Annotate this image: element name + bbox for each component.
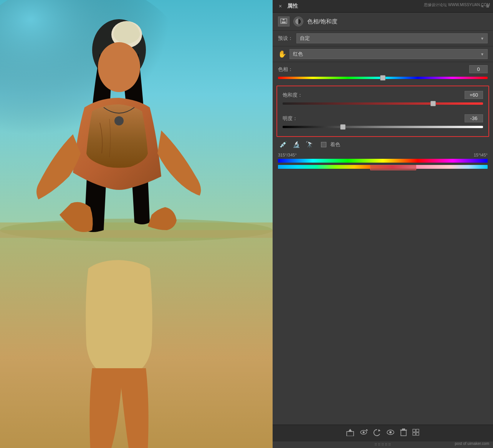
reset-button[interactable] bbox=[373, 428, 381, 438]
view-previous-button[interactable] bbox=[359, 428, 368, 438]
svg-rect-11 bbox=[283, 19, 285, 20]
properties-panel: 色相/饱和度 预设： 自定 ▼ ✋ 红色 ▼ 色相： 0 bbox=[273, 13, 493, 448]
clip-icon bbox=[346, 428, 354, 436]
svg-rect-28 bbox=[413, 433, 415, 435]
svg-point-19 bbox=[389, 431, 392, 433]
lightness-slider-container[interactable] bbox=[283, 124, 483, 130]
saturation-section: 饱和度： +60 bbox=[277, 88, 488, 111]
hue-slider-thumb[interactable] bbox=[380, 75, 385, 81]
saturation-slider-thumb[interactable] bbox=[430, 101, 436, 106]
eye-rotate-icon bbox=[359, 428, 368, 436]
channel-row: ✋ 红色 ▼ bbox=[273, 46, 493, 62]
svg-point-8 bbox=[114, 116, 124, 125]
hue-slider-track-container[interactable] bbox=[278, 75, 488, 81]
clip-to-layer-button[interactable] bbox=[346, 428, 354, 438]
saturation-slider-container[interactable] bbox=[283, 100, 483, 107]
photo-canvas bbox=[0, 0, 273, 448]
svg-rect-29 bbox=[416, 433, 419, 435]
lightness-header: 明度： -36 bbox=[283, 114, 483, 122]
layer-mask-icon[interactable] bbox=[293, 16, 303, 26]
toggle-visibility-button[interactable] bbox=[386, 428, 395, 438]
svg-rect-10 bbox=[282, 21, 286, 23]
saturation-header: 饱和度： +60 bbox=[283, 91, 483, 99]
saturation-value[interactable]: +60 bbox=[465, 91, 483, 99]
save-icon bbox=[280, 18, 287, 25]
panel-close-button[interactable]: × bbox=[276, 2, 284, 10]
lightness-value[interactable]: -36 bbox=[465, 114, 483, 122]
eye-icon bbox=[386, 428, 395, 436]
channel-value: 红色 bbox=[293, 51, 303, 58]
drag-dots: ⠿⠿⠿⠿⠿ bbox=[374, 443, 392, 447]
saturation-label: 饱和度： bbox=[283, 92, 303, 99]
spectrum-bar bbox=[278, 159, 488, 163]
svg-marker-17 bbox=[378, 429, 381, 432]
hue-label: 色相： bbox=[278, 66, 293, 73]
range-left: 315°/345° bbox=[278, 153, 297, 157]
panel-area: 思缘设计论坛 WWW.MISSYUAN.COM × 属性 « ≡ bbox=[273, 0, 493, 448]
svg-rect-4 bbox=[0, 230, 273, 238]
preset-value: 自定 bbox=[300, 35, 310, 42]
hand-tool-icon[interactable]: ✋ bbox=[278, 50, 286, 58]
delete-button[interactable] bbox=[400, 428, 407, 438]
range-row: 315°/345° 15°\45° bbox=[273, 152, 493, 158]
eyedropper-plus-tool[interactable]: 🔬 bbox=[291, 140, 302, 149]
preset-dropdown[interactable]: 自定 ▼ bbox=[296, 33, 488, 43]
hue-value[interactable]: 0 bbox=[469, 65, 488, 73]
svg-point-7 bbox=[98, 42, 140, 92]
eyedropper-tool[interactable]: 💉 bbox=[278, 140, 289, 149]
reset-icon bbox=[373, 428, 381, 436]
preset-dropdown-arrow: ▼ bbox=[480, 36, 484, 41]
saturation-slider-track bbox=[283, 102, 483, 105]
range-bar-row bbox=[273, 164, 493, 170]
range-bar-container bbox=[278, 165, 488, 170]
lightness-slider-thumb[interactable] bbox=[340, 124, 346, 130]
layer-icon-row: 色相/饱和度 bbox=[273, 13, 493, 31]
lightness-label: 明度： bbox=[283, 115, 298, 122]
spacer bbox=[273, 171, 493, 425]
colorize-checkbox[interactable] bbox=[321, 142, 326, 147]
tools-row: 💉 🔬 🔭 着色 bbox=[273, 137, 493, 152]
svg-rect-27 bbox=[416, 429, 419, 432]
circle-half-icon bbox=[295, 18, 302, 25]
colorize-label: 着色 bbox=[330, 141, 340, 148]
svg-rect-26 bbox=[413, 429, 415, 432]
svg-point-16 bbox=[363, 432, 365, 433]
preset-label: 预设： bbox=[278, 35, 293, 42]
eyedropper-minus-tool[interactable]: 🔭 bbox=[304, 140, 315, 149]
layer-title: 色相/饱和度 bbox=[307, 18, 337, 25]
lightness-slider-track bbox=[283, 126, 483, 128]
watermark-top: 思缘设计论坛 WWW.MISSYUAN.COM bbox=[424, 2, 490, 8]
range-selection-band[interactable] bbox=[370, 165, 416, 170]
range-right: 15°\45° bbox=[474, 153, 488, 157]
hue-header: 色相： 0 bbox=[278, 65, 488, 73]
svg-marker-14 bbox=[348, 429, 352, 432]
red-highlight-box: 饱和度： +60 明度： -36 bbox=[276, 86, 489, 137]
panel-topbar-left: × 属性 bbox=[276, 2, 298, 10]
figure-overlay bbox=[0, 0, 273, 448]
watermark-bottom: post of uimaker.com bbox=[455, 441, 489, 446]
panel-title: 属性 bbox=[287, 3, 298, 10]
trash-icon bbox=[400, 428, 407, 436]
spectrum-bar-row bbox=[273, 159, 493, 163]
lightness-section: 明度： -36 bbox=[277, 111, 488, 135]
grid-icon bbox=[412, 428, 420, 436]
layer-adjustment-icon[interactable] bbox=[278, 16, 290, 26]
preset-row: 预设： 自定 ▼ bbox=[273, 31, 493, 46]
svg-rect-13 bbox=[347, 432, 354, 436]
channel-dropdown[interactable]: 红色 ▼ bbox=[290, 49, 488, 59]
extra-button[interactable] bbox=[412, 428, 420, 438]
svg-rect-20 bbox=[401, 430, 406, 436]
bottom-toolbar bbox=[273, 425, 493, 441]
channel-dropdown-arrow: ▼ bbox=[480, 52, 484, 56]
hue-section: 色相： 0 bbox=[273, 62, 493, 86]
